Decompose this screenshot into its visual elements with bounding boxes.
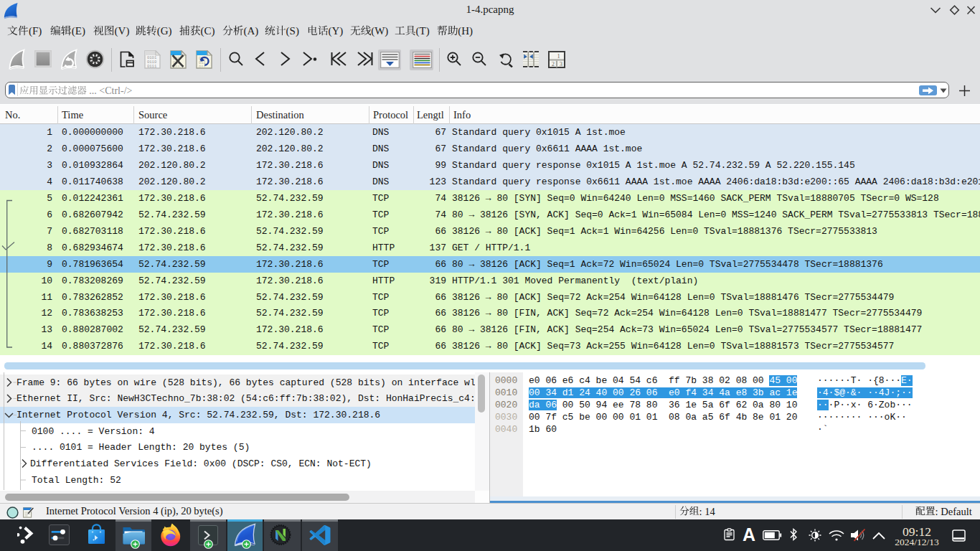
svg-text:1: 1 xyxy=(557,52,560,60)
svg-text:0111: 0111 xyxy=(147,64,157,69)
svg-text:2: 2 xyxy=(552,60,555,67)
svg-text:3: 3 xyxy=(560,60,562,67)
